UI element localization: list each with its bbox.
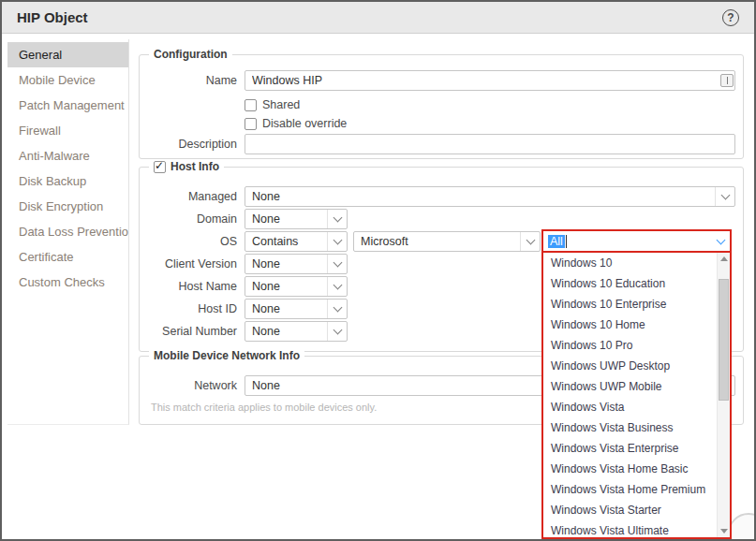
- mobile-network-legend: Mobile Device Network Info: [149, 349, 304, 362]
- sidebar-item-custom-checks[interactable]: Custom Checks: [7, 270, 128, 295]
- mobile-criteria-hint: This match criteria applies to mobile de…: [151, 402, 377, 413]
- help-icon[interactable]: ?: [722, 9, 739, 26]
- description-input[interactable]: [245, 134, 735, 154]
- host-info-checkbox[interactable]: [154, 161, 166, 173]
- os-option[interactable]: Windows 10: [543, 253, 730, 273]
- os-label: OS: [140, 235, 237, 248]
- os-dropdown-list: Windows 10 Windows 10 Education Windows …: [541, 251, 732, 539]
- sidebar-item-anti-malware[interactable]: Anti-Malware: [7, 143, 128, 168]
- host-name-select[interactable]: None: [245, 276, 348, 297]
- os-vendor-select[interactable]: Microsoft: [353, 231, 541, 252]
- sidebar-item-certificate[interactable]: Certificate: [7, 244, 128, 270]
- os-option[interactable]: Windows Vista: [543, 397, 730, 417]
- disable-override-label: Disable override: [262, 117, 347, 130]
- managed-label: Managed: [140, 190, 237, 203]
- serial-number-label: Serial Number: [140, 325, 237, 338]
- os-option[interactable]: Windows 10 Pro: [543, 335, 730, 356]
- sidebar-item-data-loss-prevention[interactable]: Data Loss Prevention: [7, 219, 128, 244]
- text-entry-icon: [720, 74, 734, 87]
- host-id-label: Host ID: [140, 302, 237, 315]
- client-version-label: Client Version: [140, 257, 237, 270]
- sidebar-item-disk-encryption[interactable]: Disk Encryption: [7, 194, 128, 219]
- chevron-down-icon: [520, 232, 540, 251]
- sidebar-item-general[interactable]: General: [7, 42, 128, 67]
- os-option[interactable]: Windows UWP Desktop: [543, 356, 730, 376]
- scroll-up-icon[interactable]: [720, 256, 728, 261]
- hip-object-dialog: HIP Object ? General Mobile Device Patch…: [0, 0, 756, 541]
- sidebar-item-disk-backup[interactable]: Disk Backup: [7, 168, 128, 194]
- titlebar: HIP Object ?: [2, 2, 754, 34]
- os-option[interactable]: Windows UWP Mobile: [543, 376, 730, 397]
- sidebar-item-patch-management[interactable]: Patch Management: [7, 93, 128, 118]
- name-input[interactable]: [245, 70, 735, 91]
- chevron-down-icon: [327, 300, 347, 318]
- chevron-down-icon: [327, 210, 347, 228]
- chevron-down-icon: [327, 255, 347, 273]
- sidebar-item-firewall[interactable]: Firewall: [7, 118, 128, 143]
- os-option[interactable]: Windows 10 Education: [543, 273, 730, 294]
- list-scrollbar[interactable]: [717, 253, 730, 537]
- os-match-select[interactable]: Contains: [245, 231, 348, 252]
- configuration-legend: Configuration: [149, 48, 232, 61]
- shared-checkbox[interactable]: [245, 99, 257, 111]
- scroll-down-icon[interactable]: [720, 529, 728, 534]
- corner-widget-partial: [728, 513, 756, 541]
- os-option[interactable]: Windows Vista Home Premium: [543, 479, 730, 500]
- selected-text: All: [548, 235, 565, 248]
- client-version-select[interactable]: None: [245, 254, 348, 274]
- os-option[interactable]: Windows Vista Home Basic: [543, 459, 730, 479]
- text-cursor: [566, 235, 567, 248]
- os-option[interactable]: Windows 10 Home: [543, 314, 730, 335]
- name-label: Name: [140, 74, 237, 87]
- os-option[interactable]: Windows 10 Enterprise: [543, 294, 730, 314]
- group-configuration: Configuration Name Shared Disable overri…: [139, 54, 744, 159]
- sidebar-item-mobile-device[interactable]: Mobile Device: [7, 67, 128, 93]
- disable-override-checkbox[interactable]: [245, 118, 257, 130]
- domain-label: Domain: [140, 212, 237, 226]
- os-option[interactable]: Windows Vista Business: [543, 417, 730, 438]
- chevron-down-icon: [327, 277, 347, 296]
- chevron-down-icon: [327, 232, 347, 251]
- shared-label: Shared: [262, 98, 300, 111]
- serial-number-select[interactable]: None: [245, 321, 348, 342]
- host-name-label: Host Name: [140, 280, 237, 293]
- os-option[interactable]: Windows Vista Ultimate: [543, 520, 730, 539]
- chevron-down-icon: [327, 322, 347, 341]
- chevron-down-icon: [715, 187, 734, 206]
- description-label: Description: [140, 138, 237, 151]
- domain-select[interactable]: None: [245, 209, 348, 229]
- host-id-select[interactable]: None: [245, 299, 348, 319]
- network-label: Network: [140, 379, 237, 392]
- chevron-down-icon: [711, 231, 730, 251]
- sidebar: General Mobile Device Patch Management F…: [7, 39, 129, 425]
- managed-select[interactable]: None: [245, 186, 735, 207]
- dialog-title: HIP Object: [17, 9, 88, 25]
- os-value-combobox[interactable]: All: [541, 229, 732, 253]
- scroll-thumb[interactable]: [719, 279, 729, 401]
- os-option[interactable]: Windows Vista Starter: [543, 500, 730, 520]
- host-info-legend: Host Info: [170, 160, 219, 173]
- os-option[interactable]: Windows Vista Enterprise: [543, 438, 730, 459]
